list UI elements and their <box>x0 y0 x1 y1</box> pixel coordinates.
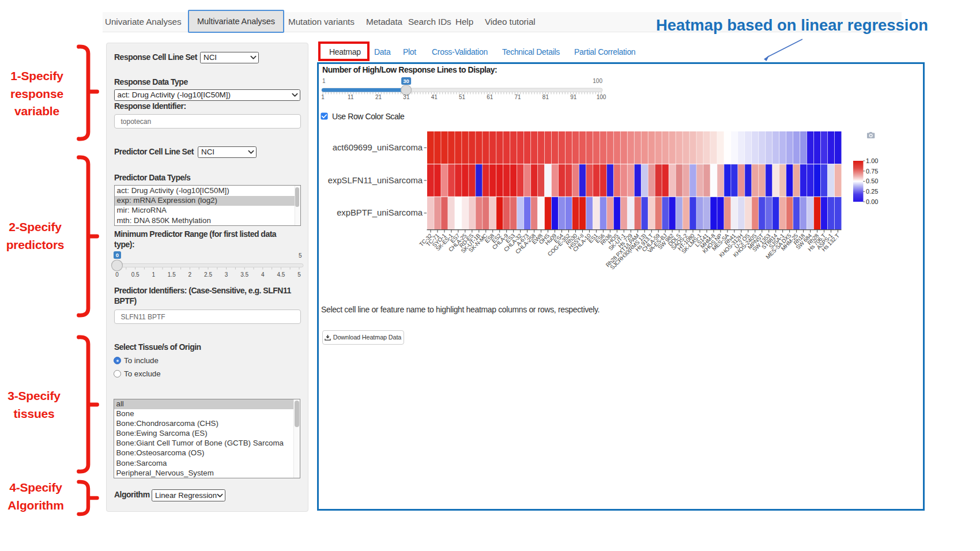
svg-text:expBPTF_uniSarcoma: expBPTF_uniSarcoma <box>337 208 423 217</box>
svg-text:0.00: 0.00 <box>866 198 878 205</box>
svg-text:0.25: 0.25 <box>866 188 878 195</box>
svg-text:expSLFN11_uniSarcoma: expSLFN11_uniSarcoma <box>328 176 423 185</box>
svg-text:0.75: 0.75 <box>866 168 878 175</box>
svg-text:1.00: 1.00 <box>866 157 878 164</box>
svg-text:act609699_uniSarcoma: act609699_uniSarcoma <box>333 143 423 152</box>
svg-text:0.50: 0.50 <box>866 178 878 184</box>
